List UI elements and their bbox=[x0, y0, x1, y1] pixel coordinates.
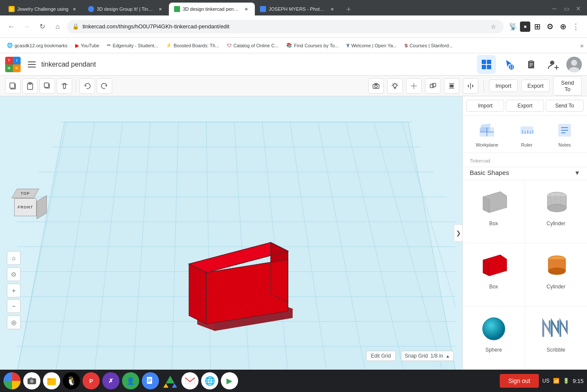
view-cube-front[interactable]: FRONT bbox=[14, 198, 37, 216]
tab-jewelry[interactable]: ⭐ Jewelry Challenge using ✕ bbox=[3, 3, 83, 15]
view-cube[interactable]: TOP FRONT bbox=[8, 189, 42, 223]
panel-action-bar: Import Export Send To bbox=[463, 96, 587, 116]
ext1-icon[interactable]: ■ bbox=[520, 21, 530, 32]
edit-grid-button[interactable]: Edit Grid bbox=[366, 351, 396, 361]
tab-tinkercad-active[interactable]: 3D design tinkercad pendant | T... ✕ bbox=[169, 3, 255, 15]
taskbar-chrome2-icon[interactable]: 🌐 bbox=[201, 372, 218, 389]
ext3-icon[interactable]: ⚙ bbox=[544, 21, 556, 33]
paste-button[interactable] bbox=[22, 78, 38, 94]
import-button[interactable]: Import bbox=[489, 80, 518, 92]
sign-out-button[interactable]: Sign out bbox=[500, 374, 539, 388]
lightbulb-button[interactable] bbox=[387, 78, 403, 94]
bookmark-catalog[interactable]: 🛡 Catalog of Online C... bbox=[223, 41, 282, 50]
notes-button[interactable]: Notes bbox=[555, 121, 574, 147]
taskbar-gmail-icon[interactable] bbox=[181, 372, 199, 389]
camera-button[interactable] bbox=[368, 78, 384, 94]
shape-cylinder-orange[interactable]: Cylinder bbox=[525, 243, 587, 306]
taskbar-docs-icon[interactable] bbox=[142, 372, 159, 389]
refresh-button[interactable]: ↻ bbox=[36, 21, 48, 33]
minimize-button[interactable]: ─ bbox=[549, 3, 559, 14]
bookmark-star-icon[interactable]: ☆ bbox=[488, 21, 498, 32]
cast-icon[interactable]: 📡 bbox=[507, 21, 519, 33]
3d-cursor-button[interactable] bbox=[499, 55, 518, 74]
home-view-button[interactable]: ⌂ bbox=[7, 251, 21, 265]
bookmark-courses[interactable]: 📚 Find Courses by To... bbox=[283, 41, 342, 50]
align-button[interactable] bbox=[444, 78, 459, 94]
taskbar-camera-icon[interactable] bbox=[23, 372, 40, 389]
undo-button[interactable] bbox=[79, 78, 95, 94]
taskbar-classroom-icon[interactable]: 👤 bbox=[122, 372, 139, 389]
close-window-button[interactable]: ✕ bbox=[573, 3, 584, 14]
home-button[interactable]: ⌂ bbox=[52, 21, 64, 33]
compass-button[interactable]: ◎ bbox=[7, 315, 21, 329]
dropdown-arrow-icon[interactable]: ▼ bbox=[574, 169, 580, 176]
tab-joseph[interactable]: JOSEPH MYERS - Photo Docum... ✕ bbox=[255, 3, 341, 15]
svg-marker-74 bbox=[189, 264, 206, 324]
forward-button[interactable]: → bbox=[21, 21, 33, 33]
delete-button[interactable] bbox=[57, 78, 72, 94]
zoom-out-button[interactable]: − bbox=[7, 299, 21, 313]
shape-scribble[interactable]: Scribble bbox=[525, 306, 587, 370]
ext4-icon[interactable]: ⊕ bbox=[557, 21, 569, 33]
bookmark-boosted[interactable]: ⚡ Boosted Boards: Th... bbox=[162, 41, 223, 50]
view-cube-top[interactable]: TOP bbox=[12, 189, 40, 198]
taskbar-pearson-icon[interactable]: P bbox=[83, 372, 100, 389]
ext2-icon[interactable]: ⊞ bbox=[531, 21, 543, 33]
bookmark-stanford[interactable]: S Courses | Stanford... bbox=[401, 41, 456, 50]
clipboard-button[interactable] bbox=[522, 55, 541, 74]
taskbar-play-icon[interactable]: ▶ bbox=[221, 372, 238, 389]
grid-view-button[interactable] bbox=[477, 55, 496, 74]
tab-close-4[interactable]: ✕ bbox=[329, 6, 336, 12]
snap-grid-up[interactable]: ▲ bbox=[446, 354, 450, 358]
redo-button[interactable] bbox=[97, 78, 112, 94]
add-person-button[interactable] bbox=[544, 55, 563, 74]
more-icon[interactable]: ⋮ bbox=[570, 21, 582, 33]
duplicate-button[interactable] bbox=[40, 78, 55, 94]
tinkercad-logo[interactable]: T I N K bbox=[5, 57, 21, 72]
ruler-button[interactable]: Ruler bbox=[517, 121, 536, 147]
page-title: tinkercad pendant bbox=[41, 61, 96, 68]
shape-sphere[interactable]: Sphere bbox=[463, 306, 525, 370]
bookmark-gcas[interactable]: 🌐 gcasdk12.org bookmarks bbox=[3, 41, 71, 50]
panel-send-to-button[interactable]: Send To bbox=[546, 100, 584, 112]
menu-icon[interactable] bbox=[26, 58, 38, 70]
bookmark-edgenuity[interactable]: ✏ Edgenuity - Student... bbox=[104, 41, 162, 50]
new-tab-button[interactable]: + bbox=[342, 3, 355, 15]
shape-cylinder-grey[interactable]: Cylinder bbox=[525, 180, 587, 243]
bookmark-youtube[interactable]: ▶ YouTube bbox=[72, 41, 103, 50]
maximize-button[interactable]: ▭ bbox=[561, 3, 572, 14]
send-to-button[interactable]: Send To bbox=[553, 77, 582, 95]
svg-rect-4 bbox=[487, 60, 491, 64]
bookmarks-more[interactable]: » bbox=[580, 42, 584, 49]
tab-close-3[interactable]: ✕ bbox=[243, 6, 250, 12]
bookmark-openyale[interactable]: Y Welcome | Open Ya... bbox=[343, 41, 401, 50]
perspective-button[interactable] bbox=[406, 78, 422, 94]
tab-close-2[interactable]: ✕ bbox=[157, 6, 164, 12]
canvas-area[interactable]: TOP FRONT ⌂ ⊙ + − ◎ bbox=[0, 96, 462, 370]
taskbar-linux-icon[interactable]: 🐧 bbox=[63, 372, 80, 389]
taskbar-chrome-icon[interactable] bbox=[3, 372, 21, 389]
panel-collapse-button[interactable]: ❯ bbox=[454, 224, 462, 242]
user-avatar[interactable] bbox=[566, 57, 582, 72]
svg-rect-22 bbox=[10, 83, 15, 88]
back-button[interactable]: ← bbox=[5, 21, 17, 33]
shape-box-grey[interactable]: Box bbox=[463, 180, 525, 243]
taskbar-drive-icon[interactable] bbox=[162, 372, 179, 389]
url-bar[interactable]: 🔒 tinkercad.com/things/hO0U7Pi4GKh-tinke… bbox=[67, 20, 504, 34]
camera-angle-button[interactable] bbox=[425, 78, 440, 94]
copy-button[interactable] bbox=[5, 78, 21, 94]
panel-import-button[interactable]: Import bbox=[466, 100, 504, 112]
tab-group[interactable]: 3D design Group It! | Tinkercad ✕ bbox=[83, 3, 169, 15]
panel-export-button[interactable]: Export bbox=[506, 100, 544, 112]
fit-view-button[interactable]: ⊙ bbox=[7, 267, 21, 281]
mirror-button[interactable] bbox=[463, 78, 478, 94]
tab-close-1[interactable]: ✕ bbox=[71, 6, 78, 12]
taskbar-x-icon[interactable]: ✗ bbox=[102, 372, 119, 389]
workplane-button[interactable]: Workplane bbox=[476, 121, 498, 147]
shape-box-red[interactable]: Box bbox=[463, 243, 525, 306]
taskbar-files-icon[interactable] bbox=[43, 372, 60, 389]
shape-library-dropdown[interactable]: Basic Shapes bbox=[470, 169, 509, 176]
export-button[interactable]: Export bbox=[521, 80, 550, 92]
zoom-in-button[interactable]: + bbox=[7, 284, 21, 297]
svg-rect-121 bbox=[47, 378, 51, 380]
